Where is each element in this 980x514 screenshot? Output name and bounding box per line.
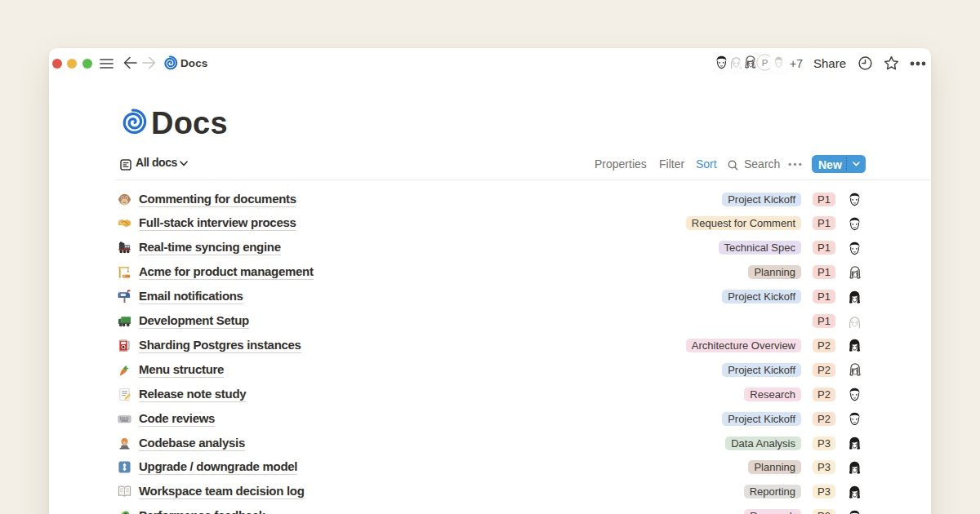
svg-text:P: P (761, 58, 768, 68)
